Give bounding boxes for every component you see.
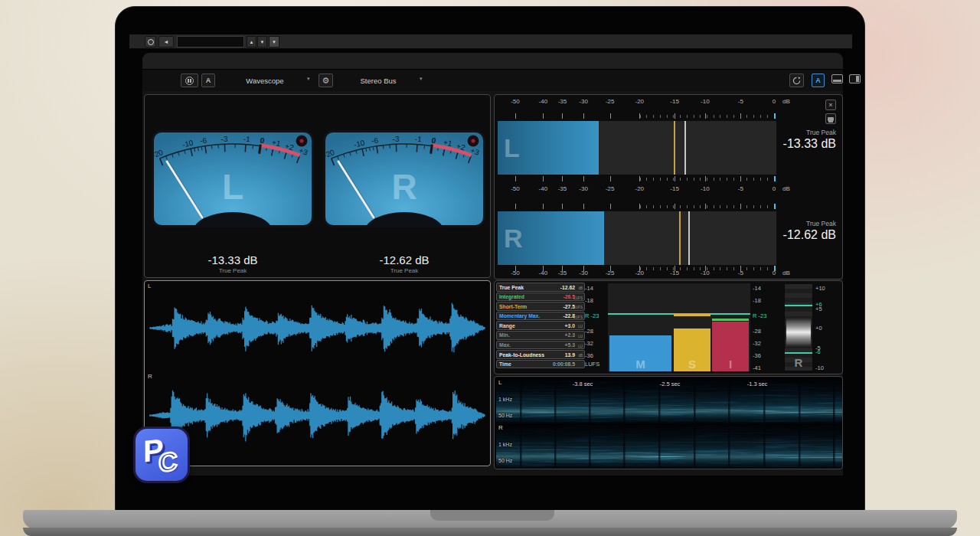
major-tick — [740, 266, 741, 271]
true-peak-caption: True Peak — [323, 267, 485, 274]
minor-tick — [667, 205, 668, 208]
minor-tick — [667, 115, 668, 118]
loudness-panel: True Peak-12.62dBIntegrated-26.5LUFSShor… — [494, 280, 843, 374]
chevron-down-icon[interactable]: ▾ — [307, 76, 310, 82]
minor-tick — [700, 178, 701, 181]
preset-down-button[interactable]: ▼ — [257, 36, 267, 47]
major-tick — [639, 113, 640, 119]
module-select[interactable]: Wavescope — [227, 74, 303, 87]
spectrogram-channel-label: L — [498, 379, 501, 386]
settings-button[interactable]: ⚙ — [318, 74, 333, 87]
minor-tick — [707, 115, 707, 118]
db-scale-label: -40 — [539, 185, 548, 192]
minor-tick — [660, 178, 661, 181]
minor-tick — [760, 178, 761, 181]
db-scale-label: -40 — [539, 98, 548, 105]
major-tick — [675, 176, 675, 181]
ab-button[interactable]: A — [201, 74, 215, 87]
true-peak-value-right: -12.62 dB — [323, 253, 485, 266]
minor-tick — [746, 205, 747, 208]
true-peak-value: -13.33 dB — [783, 137, 836, 151]
minor-tick — [727, 178, 727, 181]
auto-button[interactable]: A — [812, 74, 825, 87]
minor-tick — [746, 178, 747, 181]
bottom-panel-layout-icon[interactable] — [831, 74, 843, 83]
db-scale-label: -15 — [670, 185, 679, 192]
hold-line — [679, 211, 681, 265]
db-scale-label: -35 — [558, 185, 567, 192]
side-panel-layout-icon[interactable] — [849, 74, 861, 83]
true-peak-value: -12.62 dB — [783, 228, 836, 242]
back-button[interactable]: ◄ — [158, 36, 174, 47]
major-tick — [562, 176, 563, 181]
db-unit-label: dB — [782, 185, 790, 192]
freq-label-1khz: 1 kHz — [498, 442, 512, 447]
major-tick — [774, 176, 776, 181]
true-peak-label: True Peak — [806, 220, 836, 227]
major-tick — [740, 204, 741, 209]
preset-menu-button[interactable]: ▼ — [269, 36, 279, 47]
db-scale-label: -5 — [738, 185, 743, 192]
minor-tick — [646, 178, 647, 181]
minor-tick — [760, 115, 761, 118]
bypass-icon — [148, 39, 154, 45]
major-tick — [675, 113, 675, 119]
major-tick — [562, 113, 563, 119]
major-tick — [562, 266, 563, 271]
channel-label-left: L — [148, 283, 151, 289]
svg-text:-3: -3 — [392, 135, 400, 143]
meter-channel-letter: R — [504, 224, 523, 253]
true-peak-caption: True Peak — [152, 267, 314, 274]
minor-tick — [687, 178, 688, 181]
major-tick — [515, 204, 516, 209]
tick-strip — [498, 113, 776, 119]
meter-channel-letter: L — [504, 133, 520, 163]
minor-tick — [733, 115, 734, 118]
logo-letter-c: C — [158, 446, 178, 479]
true-peak-value-left: -13.33 dB — [152, 253, 314, 266]
preset-input[interactable] — [177, 36, 244, 47]
db-scale-label: -20 — [635, 185, 644, 192]
freq-label-1khz: 1 kHz — [498, 397, 512, 402]
db-scale-label: -25 — [606, 185, 615, 192]
db-scale-label: -30 — [579, 185, 588, 192]
minor-tick — [720, 178, 720, 181]
minor-tick — [733, 178, 734, 181]
major-tick — [583, 113, 584, 119]
freq-label-50hz: 50 Hz — [498, 413, 512, 418]
major-tick — [675, 204, 675, 209]
minor-tick — [720, 267, 720, 270]
snapshot-icon[interactable] — [825, 113, 836, 124]
db-scale-label: 0 — [773, 185, 776, 192]
triangle-up-icon: ▲ — [250, 40, 254, 44]
reset-button[interactable] — [789, 74, 804, 87]
minor-tick — [653, 115, 654, 118]
preset-up-button[interactable]: ▲ — [247, 36, 256, 47]
hold-line — [674, 121, 675, 175]
level-meter-left: L — [498, 121, 776, 175]
tick-strip — [498, 176, 776, 181]
true-peak-label: True Peak — [806, 129, 836, 136]
major-tick — [543, 176, 544, 181]
minor-tick — [680, 267, 681, 270]
freq-label-50hz: 50 Hz — [498, 458, 512, 463]
level-meter-right: R — [498, 211, 776, 265]
chevron-down-icon[interactable]: ▾ — [420, 76, 423, 82]
major-tick — [583, 176, 584, 181]
pause-button[interactable] — [181, 74, 198, 87]
wavescope-panel[interactable]: L R — [144, 280, 491, 466]
minor-tick — [700, 205, 701, 208]
close-icon[interactable]: × — [825, 100, 836, 110]
bypass-button[interactable] — [145, 36, 156, 47]
major-tick — [705, 113, 706, 119]
minor-tick — [727, 115, 727, 118]
minor-tick — [767, 267, 768, 270]
source-select[interactable]: Stereo Bus — [343, 74, 413, 87]
major-tick — [740, 113, 741, 119]
minor-tick — [707, 205, 707, 208]
scale-label: -10 — [815, 364, 824, 371]
plugin-window: A Wavescope ▾ ⚙ Stereo Bus ▾ A — [142, 53, 843, 476]
plugin-toolbar: A Wavescope ▾ ⚙ Stereo Bus ▾ A — [142, 70, 843, 91]
pause-icon — [185, 77, 194, 85]
db-scale-label: -25 — [606, 98, 615, 105]
